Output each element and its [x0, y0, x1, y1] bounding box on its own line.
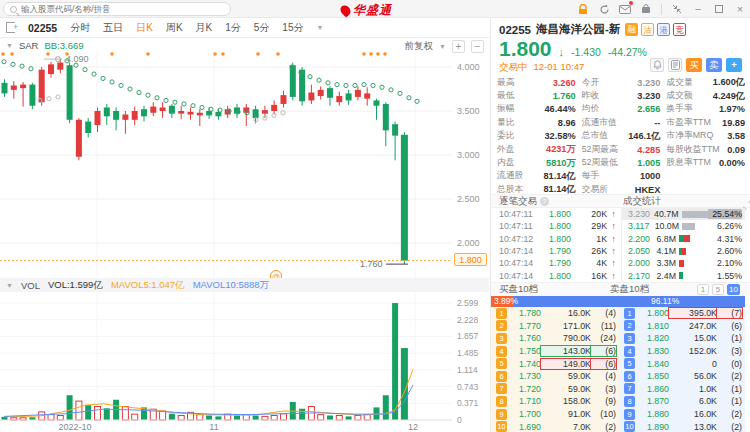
bid-row[interactable]: 91.70091.0K(10)	[491, 408, 619, 421]
quote-value: 4.249亿	[693, 90, 745, 103]
tab-15分[interactable]: 15分	[282, 21, 303, 35]
ask-row[interactable]: 91.88016.0K(2)	[619, 408, 745, 421]
stat-row[interactable]: 2.0504.1M2.60%	[622, 245, 745, 257]
note-button[interactable]	[668, 58, 682, 72]
indicator-header: ▼ SAR BB:3.669	[6, 40, 84, 51]
ask-row[interactable]: 41.830152.0K(3)	[619, 345, 745, 358]
refresh-icon[interactable]	[598, 3, 610, 15]
candlestick-chart[interactable]: 4.0003.5003.0002.5002.0004.0901.760@	[0, 40, 489, 278]
tick-row[interactable]: 10:47:111.80029K↑	[491, 220, 620, 232]
bid-row[interactable]: 41.750143.0K(6)	[491, 345, 619, 358]
depth-level-1[interactable]: 1	[697, 284, 709, 295]
adjust-caret-icon[interactable]: ▼	[439, 43, 446, 50]
ask-orders: (2)	[717, 409, 742, 419]
quote-cell: 外盘4231万	[497, 143, 576, 156]
ask-row[interactable]: 71.8601.0K(1)	[619, 383, 745, 396]
stat-row[interactable]: 2.1702.4M1.55%	[622, 269, 745, 281]
tab-5分[interactable]: 5分	[254, 21, 270, 35]
bid-row[interactable]: 51.740149.0K(6)	[491, 357, 619, 370]
add-watchlist-button[interactable]: +	[726, 58, 742, 72]
tick-trade-list[interactable]: 10:47:111.80020K↑10:47:111.80029K↑10:47:…	[491, 208, 620, 282]
sell-button[interactable]: 卖	[706, 58, 722, 72]
quote-label: 成交量	[666, 77, 692, 89]
ask-depth-table[interactable]: 11.800395.0K(7)21.810247.0K(6)31.82015.0…	[619, 307, 745, 432]
tick-volume: 1K	[571, 234, 607, 244]
ask-row[interactable]: 21.810247.0K(6)	[619, 320, 745, 333]
tick-price: 1.800	[539, 271, 571, 281]
tab-月K[interactable]: 月K	[196, 21, 213, 35]
tick-row[interactable]: 10:47:141.80016K↑	[491, 269, 620, 281]
quote-cell: 振幅46.44%	[497, 103, 576, 115]
stat-bar-segment	[682, 211, 708, 218]
ask-row[interactable]: 81.8706.0K(1)	[619, 395, 745, 408]
volume-collapse-icon[interactable]: ▼	[6, 282, 13, 289]
ask-row[interactable]: 51.8400(0)	[619, 357, 745, 370]
vol-title[interactable]: VOL	[21, 280, 40, 291]
tick-row[interactable]: 10:47:141.79026K↑	[491, 245, 620, 257]
tick-price: 1.790	[539, 246, 571, 256]
mavol5-value: MAVOL5:1.047亿	[111, 279, 185, 292]
zoom-in-button[interactable]: +	[452, 40, 465, 53]
mail-icon[interactable]	[619, 3, 631, 15]
search-input[interactable]	[21, 4, 211, 14]
quote-value: 0.00%	[711, 158, 745, 168]
stat-row[interactable]: 2.2006.8M4.31%	[622, 233, 745, 245]
ask-row[interactable]: 11.800395.0K(7)	[619, 307, 745, 320]
lock-icon[interactable]	[577, 3, 589, 15]
maximize-icon[interactable]	[713, 3, 725, 15]
ask-row[interactable]: 101.89013.0K(2)	[619, 420, 745, 432]
tick-row[interactable]: 10:47:141.7904K↑	[491, 257, 620, 269]
ask-row[interactable]: 31.82015.0K(1)	[619, 332, 745, 345]
ask-volume: 15.0K	[669, 333, 717, 343]
ask-row[interactable]: 61.85056.0K(2)	[619, 370, 745, 383]
stat-row[interactable]: 2.0003.3M2.10%	[622, 257, 745, 269]
bid-price: 1.720	[507, 384, 541, 394]
ask-volume: 13.0K	[669, 422, 717, 432]
quote-cell: 内盘5810万	[497, 157, 576, 170]
shrink-icon[interactable]	[671, 3, 683, 15]
quote-value: 32.58%	[515, 131, 576, 141]
bag-icon[interactable]	[640, 3, 652, 15]
indicator-name[interactable]: SAR	[19, 40, 39, 51]
tab-1分[interactable]: 1分	[225, 21, 241, 35]
quote-cell: 52周最低1.005	[582, 157, 661, 169]
depth-level-10[interactable]: 10	[727, 284, 740, 295]
tab-周K[interactable]: 周K	[166, 21, 183, 35]
volume-distribution-list[interactable]: 3.23040.7M25.54%3.11710.0M6.26%2.2006.8M…	[621, 208, 745, 282]
bid-row[interactable]: 21.770171.0K(11)	[491, 320, 619, 333]
quote-grid: 最高3.260今开3.230成交量1.600亿最低1.760昨收3.230成交额…	[491, 76, 750, 197]
tick-row[interactable]: 10:47:121.8001K↑	[491, 233, 620, 245]
ask-volume: 6.0K	[669, 396, 717, 406]
indicator-value: BB:3.669	[44, 40, 83, 51]
minimize-icon[interactable]: −	[692, 3, 704, 15]
bid-row[interactable]: 81.710158.0K(9)	[491, 395, 619, 408]
close-icon[interactable]: ×	[734, 3, 746, 15]
bid-depth-table[interactable]: 11.78016.0K(4)21.770171.0K(11)31.760790.…	[491, 307, 619, 432]
watchlist-panel-icon[interactable]	[6, 22, 15, 33]
svg-text:2022-10: 2022-10	[58, 422, 91, 432]
volume-chart[interactable]: 2.5992.2281.8571.4851.1140.7430.37102022…	[0, 292, 489, 432]
tab-分时[interactable]: 分时	[70, 21, 90, 35]
help-icon[interactable]: ?	[540, 197, 549, 206]
tick-up-arrow-icon: ↑	[607, 258, 616, 268]
stat-row[interactable]: 3.23040.7M25.54%	[622, 208, 745, 220]
bid-row[interactable]: 61.73059.0K(4)	[491, 370, 619, 383]
quote-cell: 成交额4.249亿	[666, 90, 745, 103]
zoom-out-button[interactable]: −	[471, 40, 484, 53]
tick-row[interactable]: 10:47:111.80020K↑	[491, 208, 620, 220]
bid-row[interactable]: 31.760790.0K(24)	[491, 332, 619, 345]
buy-button[interactable]: 买	[686, 58, 702, 72]
bid-row[interactable]: 101.6907.0K(2)	[491, 420, 619, 432]
bid-row[interactable]: 11.78016.0K(4)	[491, 307, 619, 320]
tab-日K[interactable]: 日K	[136, 21, 153, 35]
stock-search-box[interactable]	[3, 2, 231, 16]
depth-level-5[interactable]: 5	[712, 284, 724, 295]
alert-button[interactable]	[650, 58, 664, 72]
more-periods-icon[interactable]: ▼	[316, 24, 323, 31]
stat-row[interactable]: 3.11710.0M6.26%	[622, 220, 745, 232]
tab-五日[interactable]: 五日	[103, 21, 123, 35]
adjust-mode[interactable]: 前复权	[405, 40, 434, 53]
indicator-collapse-icon[interactable]: ▼	[6, 42, 13, 49]
bid-row[interactable]: 71.72059.0K(3)	[491, 383, 619, 396]
stat-price: 2.200	[628, 234, 656, 244]
